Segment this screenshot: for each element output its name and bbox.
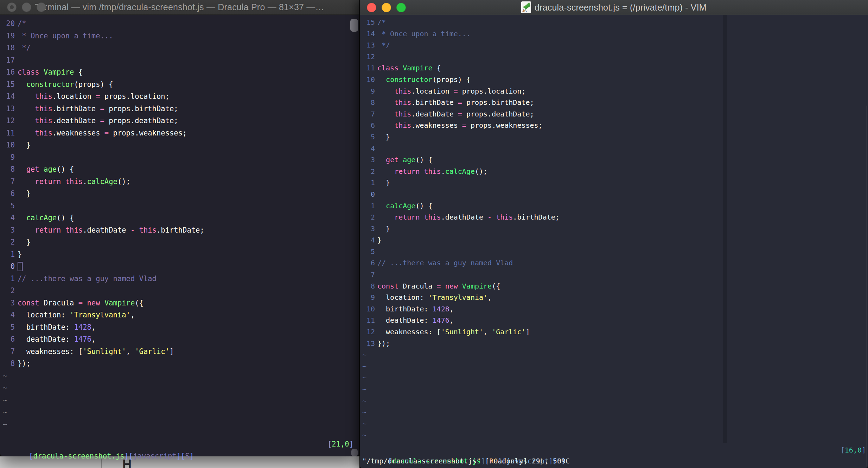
line-number: 5	[362, 131, 375, 143]
minimize-button-icon[interactable]	[22, 2, 31, 12]
zoom-button-icon[interactable]	[396, 3, 406, 12]
code-token	[18, 127, 35, 139]
code-token: ,	[483, 326, 492, 338]
terminal-scrollbar-thumb[interactable]	[350, 19, 358, 32]
line-number: 12	[3, 115, 15, 127]
line-number: 1	[362, 200, 375, 212]
line-number: 15	[3, 78, 15, 91]
code-line: 5	[0, 200, 204, 212]
code-line: 4	[360, 143, 560, 154]
code-token: -	[130, 224, 135, 236]
code-line: 2 }	[0, 236, 204, 248]
code-token: ({	[492, 280, 500, 292]
line-number: 7	[3, 176, 15, 188]
tilde-marker: ~	[362, 349, 366, 361]
line-number: 1	[3, 273, 15, 285]
code-token: return	[394, 166, 420, 177]
line-number: 17	[3, 54, 15, 67]
line-number: 0	[3, 260, 15, 273]
code-token: }	[18, 248, 22, 261]
line-number: 20	[3, 18, 15, 30]
line-number: 8	[362, 280, 375, 292]
code-token: }	[18, 188, 31, 200]
tilde-marker: ~	[3, 418, 7, 431]
line-number: 3	[3, 297, 15, 309]
close-button-icon[interactable]	[367, 3, 376, 12]
code-token: props.deathDate;	[462, 108, 534, 120]
code-line: 7	[360, 269, 560, 280]
code-token	[18, 163, 26, 176]
code-token: ,	[126, 346, 135, 358]
status-segment: [	[327, 440, 332, 448]
code-token: this	[394, 86, 411, 97]
code-token	[441, 280, 445, 292]
code-token: .	[83, 176, 87, 188]
code-token	[18, 115, 35, 127]
code-token: .location	[411, 86, 453, 97]
code-token: .weaknesses	[52, 127, 104, 139]
line-number: 6	[362, 257, 375, 269]
line-number: 7	[362, 108, 375, 120]
code-token: class	[18, 66, 39, 78]
code-token: get	[386, 154, 398, 166]
code-line: 4 calcAge() {	[0, 212, 204, 224]
macvim-titlebar[interactable]: JS dracula-screenshot.js = (/private/tmp…	[360, 0, 868, 15]
tilde-line: ~	[360, 395, 560, 407]
code-token: ,	[487, 292, 492, 303]
code-line: 6// ...there was a guy named Vlad	[360, 257, 560, 269]
status-segment: ][	[125, 452, 133, 460]
code-token: this	[35, 115, 52, 127]
line-number: 3	[362, 154, 375, 166]
code-token: }	[377, 234, 382, 246]
code-line: 3 get age() {	[360, 154, 560, 166]
line-number: 14	[3, 90, 15, 103]
line-number: 10	[3, 139, 15, 151]
line-number: 13	[362, 39, 375, 51]
code-token: () {	[415, 200, 432, 212]
code-line: 1}	[0, 248, 204, 261]
minimize-button-icon[interactable]	[382, 3, 391, 12]
code-token: ,	[449, 303, 454, 315]
code-line: 15/*	[360, 17, 560, 28]
code-line: 12 this.deathDate = props.deathDate;	[0, 115, 204, 127]
terminal-window-title: Terminal — vim /tmp/dracula-screenshot.j…	[35, 2, 324, 12]
code-token: class	[377, 62, 398, 74]
code-line: 12	[360, 51, 560, 63]
code-token: .	[441, 166, 445, 177]
code-token	[377, 97, 394, 108]
code-token	[377, 74, 386, 86]
macvim-scrollbar-track[interactable]	[867, 106, 867, 467]
tilde-line: ~	[0, 394, 204, 406]
line-number: 8	[3, 163, 15, 176]
code-token	[61, 224, 65, 236]
code-token: =	[100, 115, 104, 127]
code-token: =	[104, 127, 109, 139]
terminal-scrollbar-thumb-bottom[interactable]	[351, 449, 358, 456]
terminal-titlebar[interactable]: Terminal — vim /tmp/dracula-screenshot.j…	[0, 0, 359, 15]
vim-buffer-right: 15/*14 * Once upon a time...13 */1211cla…	[360, 17, 560, 441]
code-line: 18 */	[0, 42, 204, 54]
code-token: age	[44, 163, 57, 176]
colorcolumn-80	[723, 15, 727, 443]
line-number: 8	[3, 358, 15, 370]
line-number: 4	[362, 143, 375, 154]
line-number: 7	[3, 346, 15, 358]
code-token: this	[424, 211, 441, 223]
line-number: 5	[362, 246, 375, 258]
zoom-button-icon[interactable]	[37, 2, 46, 12]
tilde-line: ~	[0, 406, 204, 418]
code-token	[398, 154, 403, 166]
code-line: 7 return this.calcAge();	[0, 176, 204, 188]
code-token: Vampire	[403, 62, 432, 74]
line-number: 9	[3, 151, 15, 164]
close-button-icon[interactable]	[7, 2, 17, 12]
code-token	[100, 297, 104, 309]
tilde-marker: ~	[3, 406, 7, 418]
line-number: 11	[3, 127, 15, 139]
js-document-icon[interactable]: JS	[521, 1, 531, 13]
code-token	[377, 200, 386, 212]
line-number: 4	[3, 309, 15, 321]
line-number: 12	[362, 326, 375, 338]
code-token: const	[377, 280, 398, 292]
code-token: ();	[117, 176, 130, 188]
